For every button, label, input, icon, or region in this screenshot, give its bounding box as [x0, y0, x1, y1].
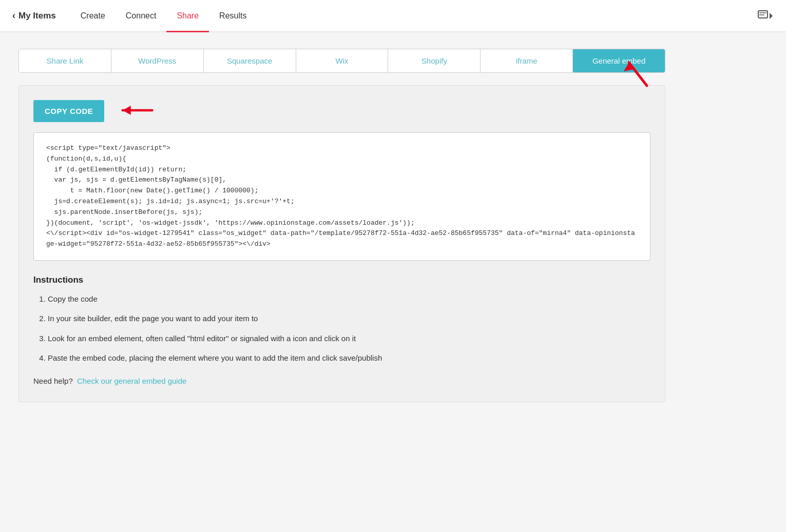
svg-marker-7 [123, 106, 131, 115]
annotation-arrow-left [113, 101, 155, 121]
instruction-step-2: In your site builder, edit the page you … [48, 313, 650, 325]
nav-create[interactable]: Create [70, 0, 116, 31]
svg-rect-0 [758, 11, 768, 18]
help-prefix: Need help? [33, 377, 73, 385]
nav-results[interactable]: Results [209, 0, 257, 31]
instructions-list: Copy the code In your site builder, edit… [33, 293, 650, 364]
nav-connect[interactable]: Connect [116, 0, 167, 31]
instruction-step-3: Look for an embed element, often called … [48, 333, 650, 345]
code-display: <script type="text/javascript"> (functio… [33, 132, 650, 261]
content-panel: COPY CODE <script type="text/javascript"… [18, 85, 665, 402]
back-label: My Items [18, 11, 56, 21]
code-text: <script type="text/javascript"> (functio… [46, 144, 635, 248]
copy-code-button[interactable]: COPY CODE [33, 100, 104, 122]
back-arrow-icon: ‹ [12, 10, 15, 21]
instructions-title: Instructions [33, 275, 650, 285]
copy-code-row: COPY CODE [33, 100, 650, 122]
tab-iframe[interactable]: iframe [481, 49, 573, 72]
top-nav: ‹ My Items Create Connect Share Results [0, 0, 786, 32]
help-line: Need help? Check our general embed guide [33, 377, 650, 385]
nav-links: Create Connect Share Results [70, 0, 257, 31]
back-button[interactable]: ‹ My Items [12, 10, 56, 21]
tab-shopify[interactable]: Shopify [388, 49, 481, 72]
instruction-step-1: Copy the code [48, 293, 650, 305]
main-content: Share Link WordPress Squarespace Wix Sho… [0, 32, 786, 532]
logo-icon [757, 8, 774, 24]
svg-line-4 [629, 63, 647, 86]
tab-share-link[interactable]: Share Link [19, 49, 111, 72]
nav-share[interactable]: Share [166, 0, 209, 31]
tab-squarespace[interactable]: Squarespace [204, 49, 296, 72]
tabs-container: Share Link WordPress Squarespace Wix Sho… [18, 49, 665, 73]
tab-wordpress[interactable]: WordPress [111, 49, 204, 72]
help-link[interactable]: Check our general embed guide [77, 377, 186, 385]
annotation-arrow-up-right [619, 55, 655, 92]
svg-marker-3 [770, 13, 773, 19]
tab-wix[interactable]: Wix [296, 49, 389, 72]
instruction-step-4: Paste the embed code, placing the elemen… [48, 352, 650, 364]
